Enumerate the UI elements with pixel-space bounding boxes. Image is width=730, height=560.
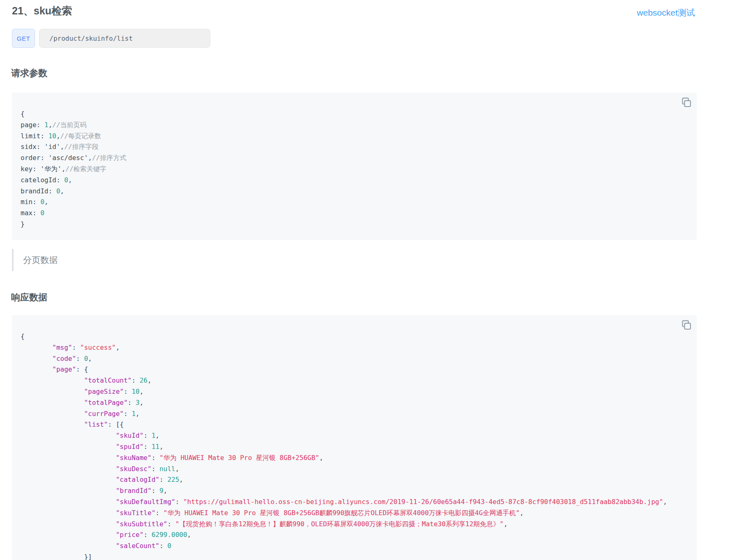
page-title: 21、sku检索 bbox=[12, 4, 72, 18]
copy-icon bbox=[680, 319, 693, 332]
request-params-code: {page: 1,//当前页码limit: 10,//每页记录数sidx: 'i… bbox=[12, 93, 697, 238]
copy-icon bbox=[680, 96, 693, 110]
copy-button[interactable] bbox=[680, 319, 693, 332]
websocket-test-link[interactable]: websocket测试 bbox=[637, 7, 695, 19]
endpoint-path-field[interactable]: /product/skuinfo/list bbox=[39, 29, 210, 48]
response-data-code: { "msg": "success", "code": 0, "page": {… bbox=[12, 315, 697, 560]
endpoint-row: GET /product/skuinfo/list bbox=[12, 29, 210, 48]
http-method-badge: GET bbox=[12, 29, 35, 48]
pagination-note-text: 分页数据 bbox=[23, 255, 58, 265]
request-params-heading: 请求参数 bbox=[11, 67, 47, 79]
response-data-heading: 响应数据 bbox=[11, 291, 47, 304]
pagination-note: 分页数据 bbox=[12, 249, 58, 271]
response-data-code-block: { "msg": "success", "code": 0, "page": {… bbox=[12, 315, 697, 560]
copy-button[interactable] bbox=[680, 96, 693, 109]
request-params-code-block: {page: 1,//当前页码limit: 10,//每页记录数sidx: 'i… bbox=[12, 93, 697, 240]
